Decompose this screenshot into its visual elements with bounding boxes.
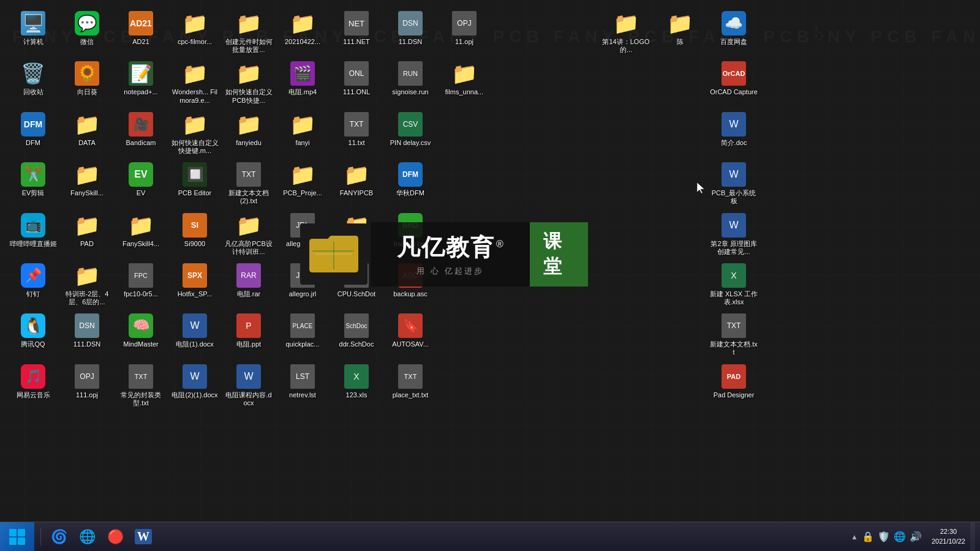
icon-si9000[interactable]: SI Si9000 bbox=[168, 208, 222, 258]
icon-pcb-min[interactable]: W PCB_最小系统板 bbox=[707, 157, 761, 208]
icon-label: CPU.SchDot bbox=[337, 290, 375, 298]
icon-wondersh[interactable]: 📁 Wondersh... Filmora9.e... bbox=[168, 56, 222, 107]
tray-lock-icon: 🔒 bbox=[862, 531, 874, 542]
icon-dianzu-ppt[interactable]: P 电阻.ppt bbox=[222, 309, 276, 359]
icon-huaqiu-dfm[interactable]: DFM 华秋DFM bbox=[383, 157, 437, 208]
icon-label: 常见的封装类型.txt bbox=[116, 391, 165, 407]
icon-di2zhang[interactable]: W 第2章 原理图库创建常见... bbox=[707, 208, 761, 258]
icon-ev-cut[interactable]: ✂️ EV剪辑 bbox=[6, 157, 60, 208]
icon-dianzhi[interactable]: 🎬 电阻.mp4 bbox=[276, 56, 330, 107]
folder-icon: 📁 bbox=[614, 11, 638, 36]
icon-bibi[interactable]: 📺 哔哩哔哩直播姬 bbox=[6, 208, 60, 258]
taskbar-clock[interactable]: 22:30 2021/10/22 bbox=[927, 527, 970, 546]
dsn-icon: DSN bbox=[75, 313, 99, 338]
icon-dianzu-course[interactable]: W 电阻课程内容.docx bbox=[222, 359, 276, 410]
icon-xiangri[interactable]: 🌻 向日葵 bbox=[60, 56, 114, 107]
icon-common-package[interactable]: TXT 常见的封装类型.txt bbox=[114, 359, 168, 410]
tray-network-icon[interactable]: 🌐 bbox=[894, 531, 906, 542]
icon-label: notepad+... bbox=[124, 88, 157, 96]
icon-label: 第2章 原理图库创建常见... bbox=[709, 240, 758, 256]
tray-chevron-icon[interactable]: ▲ bbox=[851, 533, 858, 541]
icon-fanyskill4[interactable]: 📁 FanySkill4... bbox=[114, 208, 168, 258]
folder-icon: 📁 bbox=[183, 61, 207, 86]
taskbar-pin-browser2[interactable]: 🔴 bbox=[102, 523, 129, 550]
file-icon: SchDoc bbox=[344, 313, 369, 338]
icon-signoise[interactable]: RUN signoise.run bbox=[383, 56, 437, 107]
icon-fanyi[interactable]: 📁 fanyi bbox=[276, 107, 330, 157]
icon-xinjian-txt2[interactable]: TXT 新建文本文档.txt bbox=[707, 309, 761, 359]
icon-ddr-schdoc[interactable]: SchDoc ddr.SchDoc bbox=[330, 309, 383, 359]
icon-autosave[interactable]: 🔖 AUTOSAV... bbox=[383, 309, 437, 359]
icon-data[interactable]: 📁 DATA bbox=[60, 107, 114, 157]
icon-bandicam[interactable]: 🎥 Bandicam bbox=[114, 107, 168, 157]
icon-hotfix[interactable]: SPX Hotfix_SP... bbox=[168, 258, 222, 309]
icon-jianjie[interactable]: W 简介.doc bbox=[707, 107, 761, 157]
icon-di14[interactable]: 📁 第14讲：LOGO的... bbox=[599, 6, 653, 56]
icon-pindelay[interactable]: CSV PIN delay.csv bbox=[383, 107, 437, 157]
icon-fanyipcb[interactable]: 📁 FANYIPCB bbox=[330, 157, 383, 208]
icon-quickplace[interactable]: PLACE quickplac... bbox=[276, 309, 330, 359]
icon-shortkey[interactable]: 📁 如何快速自定义快捷键.m... bbox=[168, 107, 222, 157]
icon-fanyskill1[interactable]: 📁 FanySkill... bbox=[60, 157, 114, 208]
rar-icon: RAR bbox=[236, 263, 261, 288]
icon-chen[interactable]: 📁 陈 bbox=[653, 6, 707, 56]
icon-label: 华秋DFM bbox=[396, 189, 424, 197]
icon-20210422[interactable]: 📁 20210422... bbox=[276, 6, 330, 56]
icon-pcb-editor[interactable]: 🔲 PCB Editor bbox=[168, 157, 222, 208]
icon-pcb-quick[interactable]: 📁 如何快速自定义PCB快捷... bbox=[222, 56, 276, 107]
show-desktop-button[interactable] bbox=[970, 522, 975, 552]
taskbar-pin-browser1[interactable]: 🌀 bbox=[45, 523, 72, 550]
icon-111dsn[interactable]: DSN 111.DSN bbox=[60, 309, 114, 359]
icon-pad[interactable]: 📁 PAD bbox=[60, 208, 114, 258]
dingding-icon: 📌 bbox=[21, 263, 45, 288]
icon-train2[interactable]: 📁 特训班-2层、4层、6层的... bbox=[60, 258, 114, 309]
icon-computer[interactable]: 🖥️ 计算机 bbox=[6, 6, 60, 56]
icon-dingding[interactable]: 📌 钉钉 bbox=[6, 258, 60, 309]
folder-icon: 📁 bbox=[75, 213, 99, 238]
icon-fany-gaojie[interactable]: 📁 凡亿高阶PCB设计特训班... bbox=[222, 208, 276, 258]
icon-123xls[interactable]: X 123.xls bbox=[330, 359, 383, 410]
icon-tencentqq[interactable]: 🐧 腾讯QQ bbox=[6, 309, 60, 359]
icon-create-component[interactable]: 📁 创建元件时如何批量放置... bbox=[222, 6, 276, 56]
icon-fpc10[interactable]: FPC fpc10-0r5... bbox=[114, 258, 168, 309]
icon-ad21[interactable]: AD21 AD21 bbox=[114, 6, 168, 56]
music-icon: 🎵 bbox=[21, 364, 45, 389]
icon-11dsn[interactable]: DSN 11.DSN bbox=[383, 6, 437, 56]
icon-orcad[interactable]: OrCAD OrCAD Capture bbox=[707, 56, 761, 107]
icon-dianzu1docx[interactable]: W 电阻(1).docx bbox=[168, 309, 222, 359]
icon-label: 电阻.rar bbox=[237, 290, 261, 298]
icon-notepad[interactable]: 📝 notepad+... bbox=[114, 56, 168, 107]
icon-11txt[interactable]: TXT 11.txt bbox=[330, 107, 383, 157]
taskbar-pin-chrome[interactable]: 🌐 bbox=[74, 523, 100, 550]
icon-baiduyun[interactable]: ☁️ 百度网盘 bbox=[707, 6, 761, 56]
tray-volume-icon[interactable]: 🔊 bbox=[910, 531, 922, 542]
icon-netrev-lst[interactable]: LST netrev.lst bbox=[276, 359, 330, 410]
icon-111opj2[interactable]: OPJ 111.opj bbox=[60, 359, 114, 410]
file-icon: PLACE bbox=[290, 313, 315, 338]
icon-recycle[interactable]: 🗑️ 回收站 bbox=[6, 56, 60, 107]
icon-cpc-filmor[interactable]: 📁 cpc-filmor... bbox=[168, 6, 222, 56]
icon-place-txt[interactable]: TXT place_txt.txt bbox=[383, 359, 437, 410]
icon-dianzu2docx[interactable]: W 电阻(2)(1).docx bbox=[168, 359, 222, 410]
taskbar-pin-word[interactable]: W bbox=[130, 523, 157, 550]
icon-xinjian-xlsx[interactable]: X 新建 XLSX 工作表.xlsx bbox=[707, 258, 761, 309]
icon-films[interactable]: 📁 films_unna... bbox=[437, 56, 491, 107]
icon-dfm[interactable]: DFM DFM bbox=[6, 107, 60, 157]
icon-111net[interactable]: NET 111.NET bbox=[330, 6, 383, 56]
icon-pad-designer[interactable]: PAD Pad Designer bbox=[707, 359, 761, 410]
icon-music163[interactable]: 🎵 网易云音乐 bbox=[6, 359, 60, 410]
excel-icon: X bbox=[722, 263, 746, 288]
icon-pcb-proje[interactable]: 📁 PCB_Proje... bbox=[276, 157, 330, 208]
icon-wechat[interactable]: 💬 微信 bbox=[60, 6, 114, 56]
icon-11opj[interactable]: OPJ 11.opj bbox=[437, 6, 491, 56]
hotfix-icon: SPX bbox=[183, 263, 207, 288]
icon-xinjian-txt[interactable]: TXT 新建文本文档(2).txt bbox=[222, 157, 276, 208]
icon-fanyiedu[interactable]: 📁 fanyiedu bbox=[222, 107, 276, 157]
icon-111onl[interactable]: ONL 111.ONL bbox=[330, 56, 383, 107]
icon-mindmaster[interactable]: 🧠 MindMaster bbox=[114, 309, 168, 359]
start-button[interactable] bbox=[0, 522, 34, 552]
icon-ev[interactable]: EV EV bbox=[114, 157, 168, 208]
file-icon: OPJ bbox=[452, 11, 477, 36]
icon-label: 新建文本文档(2).txt bbox=[224, 189, 273, 205]
icon-dianzu-rar[interactable]: RAR 电阻.rar bbox=[222, 258, 276, 309]
